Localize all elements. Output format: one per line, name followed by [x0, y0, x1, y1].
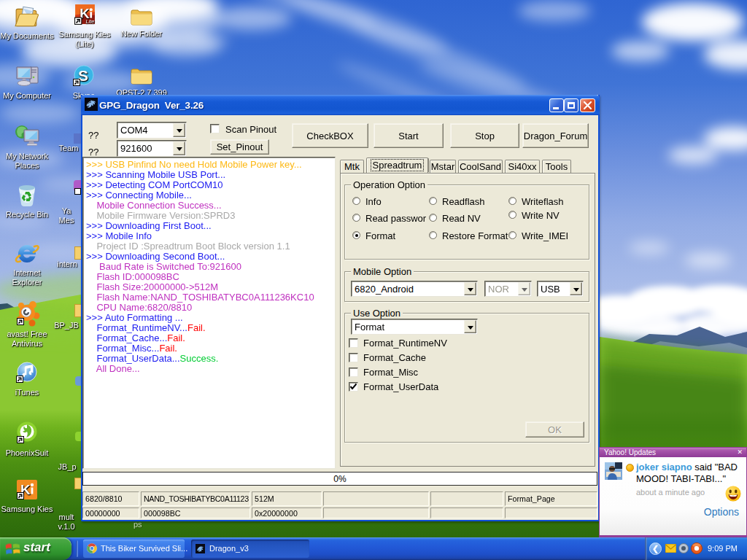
svg-text:Lite: Lite: [85, 18, 94, 25]
